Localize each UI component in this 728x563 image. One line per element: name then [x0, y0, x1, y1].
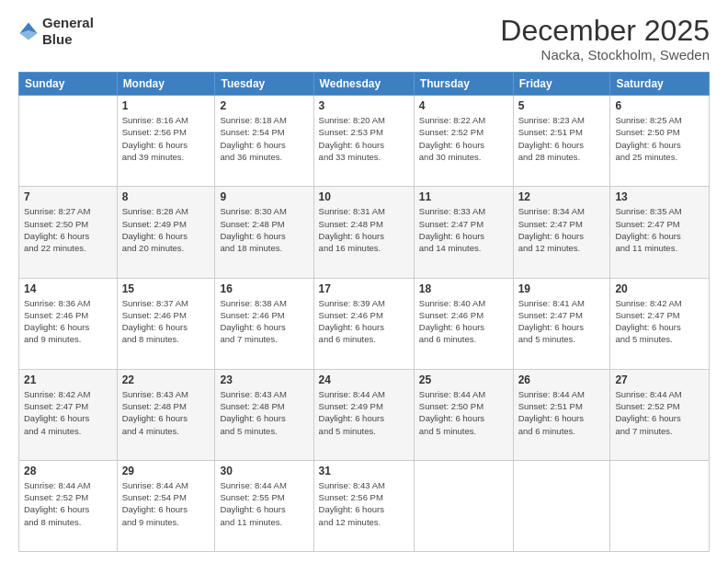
- week-row-1: 1Sunrise: 8:16 AM Sunset: 2:56 PM Daylig…: [19, 96, 710, 187]
- day-cell: 4Sunrise: 8:22 AM Sunset: 2:52 PM Daylig…: [414, 96, 513, 187]
- day-cell: 8Sunrise: 8:28 AM Sunset: 2:49 PM Daylig…: [117, 187, 215, 278]
- day-info: Sunrise: 8:39 AM Sunset: 2:46 PM Dayligh…: [319, 297, 409, 346]
- day-number: 31: [319, 465, 409, 477]
- day-number: 3: [319, 99, 409, 112]
- day-number: 21: [24, 373, 112, 386]
- week-row-3: 14Sunrise: 8:36 AM Sunset: 2:46 PM Dayli…: [19, 278, 710, 369]
- day-number: 1: [122, 99, 210, 112]
- day-info: Sunrise: 8:37 AM Sunset: 2:46 PM Dayligh…: [122, 297, 210, 346]
- day-cell: 29Sunrise: 8:44 AM Sunset: 2:54 PM Dayli…: [117, 460, 215, 551]
- day-info: Sunrise: 8:30 AM Sunset: 2:48 PM Dayligh…: [220, 205, 308, 254]
- day-cell: 21Sunrise: 8:42 AM Sunset: 2:47 PM Dayli…: [19, 369, 118, 460]
- day-cell: 13Sunrise: 8:35 AM Sunset: 2:47 PM Dayli…: [610, 187, 710, 278]
- day-cell: [513, 460, 610, 551]
- day-cell: 18Sunrise: 8:40 AM Sunset: 2:46 PM Dayli…: [414, 278, 513, 369]
- day-cell: 12Sunrise: 8:34 AM Sunset: 2:47 PM Dayli…: [513, 187, 610, 278]
- day-cell: 2Sunrise: 8:18 AM Sunset: 2:54 PM Daylig…: [215, 96, 313, 187]
- day-info: Sunrise: 8:44 AM Sunset: 2:52 PM Dayligh…: [615, 388, 704, 437]
- page: General Blue December 2025 Nacka, Stockh…: [0, 0, 728, 563]
- day-cell: 26Sunrise: 8:44 AM Sunset: 2:51 PM Dayli…: [513, 369, 610, 460]
- day-info: Sunrise: 8:35 AM Sunset: 2:47 PM Dayligh…: [615, 205, 704, 254]
- day-info: Sunrise: 8:40 AM Sunset: 2:46 PM Dayligh…: [419, 297, 508, 346]
- col-header-thursday: Thursday: [414, 73, 513, 96]
- logo: General Blue: [18, 15, 94, 48]
- day-cell: 15Sunrise: 8:37 AM Sunset: 2:46 PM Dayli…: [117, 278, 215, 369]
- day-number: 15: [122, 282, 210, 295]
- col-header-friday: Friday: [513, 73, 610, 96]
- col-header-tuesday: Tuesday: [215, 73, 313, 96]
- day-cell: 19Sunrise: 8:41 AM Sunset: 2:47 PM Dayli…: [513, 278, 610, 369]
- day-cell: [414, 460, 513, 551]
- day-cell: [19, 96, 118, 187]
- day-cell: 20Sunrise: 8:42 AM Sunset: 2:47 PM Dayli…: [610, 278, 710, 369]
- day-info: Sunrise: 8:22 AM Sunset: 2:52 PM Dayligh…: [419, 114, 508, 163]
- col-header-saturday: Saturday: [610, 73, 710, 96]
- week-row-2: 7Sunrise: 8:27 AM Sunset: 2:50 PM Daylig…: [19, 187, 710, 278]
- day-number: 5: [518, 99, 606, 112]
- day-info: Sunrise: 8:44 AM Sunset: 2:49 PM Dayligh…: [319, 388, 409, 437]
- day-number: 6: [615, 99, 704, 112]
- day-cell: 7Sunrise: 8:27 AM Sunset: 2:50 PM Daylig…: [19, 187, 118, 278]
- day-number: 29: [122, 465, 210, 477]
- col-header-monday: Monday: [117, 73, 215, 96]
- day-cell: 11Sunrise: 8:33 AM Sunset: 2:47 PM Dayli…: [414, 187, 513, 278]
- day-number: 9: [220, 190, 308, 203]
- day-info: Sunrise: 8:41 AM Sunset: 2:47 PM Dayligh…: [518, 297, 606, 346]
- day-info: Sunrise: 8:44 AM Sunset: 2:51 PM Dayligh…: [518, 388, 606, 437]
- day-cell: 5Sunrise: 8:23 AM Sunset: 2:51 PM Daylig…: [513, 96, 610, 187]
- day-cell: 31Sunrise: 8:43 AM Sunset: 2:56 PM Dayli…: [313, 460, 414, 551]
- day-number: 10: [319, 190, 409, 203]
- day-cell: 25Sunrise: 8:44 AM Sunset: 2:50 PM Dayli…: [414, 369, 513, 460]
- day-cell: [610, 460, 710, 551]
- day-number: 27: [615, 373, 704, 386]
- day-number: 7: [24, 190, 112, 203]
- month-title: December 2025: [500, 15, 710, 47]
- logo-line2: Blue: [42, 31, 94, 48]
- day-info: Sunrise: 8:31 AM Sunset: 2:48 PM Dayligh…: [319, 205, 409, 254]
- day-cell: 27Sunrise: 8:44 AM Sunset: 2:52 PM Dayli…: [610, 369, 710, 460]
- header-row: SundayMondayTuesdayWednesdayThursdayFrid…: [19, 73, 710, 96]
- location-subtitle: Nacka, Stockholm, Sweden: [500, 47, 710, 63]
- day-cell: 24Sunrise: 8:44 AM Sunset: 2:49 PM Dayli…: [313, 369, 414, 460]
- day-info: Sunrise: 8:36 AM Sunset: 2:46 PM Dayligh…: [24, 297, 112, 346]
- calendar: SundayMondayTuesdayWednesdayThursdayFrid…: [18, 72, 710, 552]
- day-info: Sunrise: 8:38 AM Sunset: 2:46 PM Dayligh…: [220, 297, 308, 346]
- day-number: 30: [220, 465, 308, 477]
- logo-icon: [18, 21, 39, 41]
- day-number: 22: [122, 373, 210, 386]
- col-header-wednesday: Wednesday: [313, 73, 414, 96]
- day-info: Sunrise: 8:44 AM Sunset: 2:52 PM Dayligh…: [24, 479, 112, 528]
- title-block: December 2025 Nacka, Stockholm, Sweden: [500, 15, 710, 63]
- day-info: Sunrise: 8:28 AM Sunset: 2:49 PM Dayligh…: [122, 205, 210, 254]
- day-info: Sunrise: 8:43 AM Sunset: 2:48 PM Dayligh…: [122, 388, 210, 437]
- day-info: Sunrise: 8:42 AM Sunset: 2:47 PM Dayligh…: [615, 297, 704, 346]
- day-cell: 23Sunrise: 8:43 AM Sunset: 2:48 PM Dayli…: [215, 369, 313, 460]
- col-header-sunday: Sunday: [19, 73, 118, 96]
- day-number: 17: [319, 282, 409, 295]
- day-info: Sunrise: 8:44 AM Sunset: 2:55 PM Dayligh…: [220, 479, 308, 528]
- day-cell: 28Sunrise: 8:44 AM Sunset: 2:52 PM Dayli…: [19, 460, 118, 551]
- logo-line1: General: [42, 15, 94, 31]
- day-info: Sunrise: 8:18 AM Sunset: 2:54 PM Dayligh…: [220, 114, 308, 163]
- day-number: 28: [24, 465, 112, 477]
- day-cell: 10Sunrise: 8:31 AM Sunset: 2:48 PM Dayli…: [313, 187, 414, 278]
- day-number: 20: [615, 282, 704, 295]
- day-cell: 6Sunrise: 8:25 AM Sunset: 2:50 PM Daylig…: [610, 96, 710, 187]
- day-info: Sunrise: 8:20 AM Sunset: 2:53 PM Dayligh…: [319, 114, 409, 163]
- day-cell: 14Sunrise: 8:36 AM Sunset: 2:46 PM Dayli…: [19, 278, 118, 369]
- week-row-5: 28Sunrise: 8:44 AM Sunset: 2:52 PM Dayli…: [19, 460, 710, 551]
- day-number: 2: [220, 99, 308, 112]
- day-number: 11: [419, 190, 508, 203]
- day-number: 16: [220, 282, 308, 295]
- logo-text: General Blue: [42, 15, 94, 48]
- header: General Blue December 2025 Nacka, Stockh…: [18, 15, 710, 63]
- day-cell: 1Sunrise: 8:16 AM Sunset: 2:56 PM Daylig…: [117, 96, 215, 187]
- day-info: Sunrise: 8:25 AM Sunset: 2:50 PM Dayligh…: [615, 114, 704, 163]
- week-row-4: 21Sunrise: 8:42 AM Sunset: 2:47 PM Dayli…: [19, 369, 710, 460]
- day-number: 24: [319, 373, 409, 386]
- day-number: 14: [24, 282, 112, 295]
- day-info: Sunrise: 8:23 AM Sunset: 2:51 PM Dayligh…: [518, 114, 606, 163]
- day-number: 19: [518, 282, 606, 295]
- day-info: Sunrise: 8:27 AM Sunset: 2:50 PM Dayligh…: [24, 205, 112, 254]
- day-info: Sunrise: 8:44 AM Sunset: 2:50 PM Dayligh…: [419, 388, 508, 437]
